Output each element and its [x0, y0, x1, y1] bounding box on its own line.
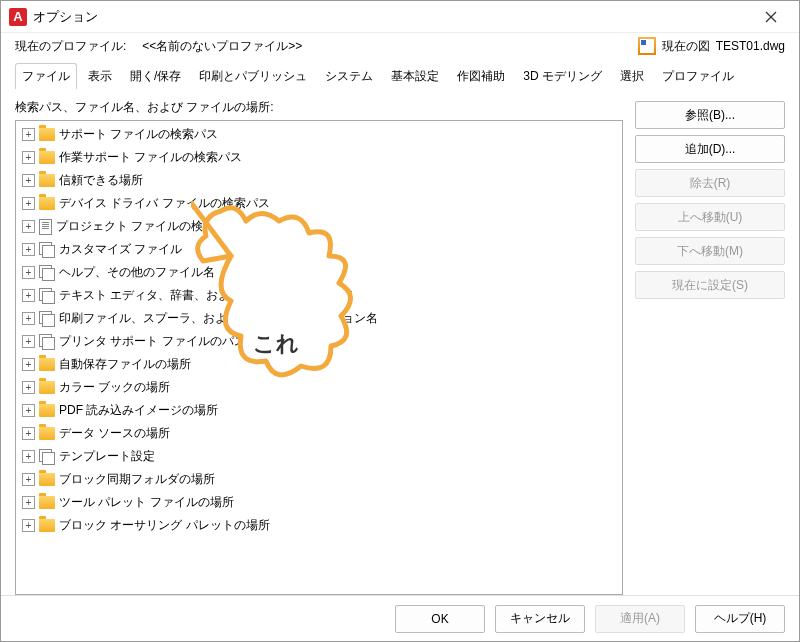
- expander-icon[interactable]: +: [22, 151, 35, 164]
- multi-icon: [39, 334, 55, 349]
- tree-node[interactable]: +PDF 読み込みイメージの場所: [16, 399, 622, 422]
- tree-node-label: ブロック オーサリング パレットの場所: [59, 517, 270, 534]
- expander-icon[interactable]: +: [22, 220, 35, 233]
- drawing-label: 現在の図: [662, 38, 710, 55]
- app-icon: A: [9, 8, 27, 26]
- profile-label: 現在のプロファイル:: [15, 38, 126, 55]
- tree-node-label: ヘルプ、その他のファイル名: [59, 264, 215, 281]
- options-dialog: A オプション 現在のプロファイル: <<名前のないプロファイル>> 現在の図 …: [0, 0, 800, 642]
- tree-node[interactable]: +ツール パレット ファイルの場所: [16, 491, 622, 514]
- tree-node-label: テキスト エディタ、辞書、およびフォント ファイル名: [59, 287, 354, 304]
- tree-node-label: カラー ブックの場所: [59, 379, 170, 396]
- left-pane: 検索パス、ファイル名、および ファイルの場所: +サポート ファイルの検索パス+…: [15, 99, 623, 595]
- folder-icon: [39, 496, 55, 509]
- tree-node[interactable]: +作業サポート ファイルの検索パス: [16, 146, 622, 169]
- tree-node[interactable]: +プロジェクト ファイルの検索パス: [16, 215, 622, 238]
- tree-node[interactable]: +テンプレート設定: [16, 445, 622, 468]
- tree-node-label: プロジェクト ファイルの検索パス: [56, 218, 239, 235]
- expander-icon[interactable]: +: [22, 519, 35, 532]
- tree-node-label: PDF 読み込みイメージの場所: [59, 402, 218, 419]
- tree-node[interactable]: +印刷ファイル、スプーラ、および プロローグ セクション名: [16, 307, 622, 330]
- expander-icon[interactable]: +: [22, 335, 35, 348]
- tree-node[interactable]: +自動保存ファイルの場所: [16, 353, 622, 376]
- profile-name: <<名前のないプロファイル>>: [142, 38, 302, 55]
- footer-button-1[interactable]: キャンセル: [495, 605, 585, 633]
- tree-node[interactable]: +カスタマイズ ファイル: [16, 238, 622, 261]
- folder-icon: [39, 174, 55, 187]
- side-button-5: 現在に設定(S): [635, 271, 785, 299]
- tree-node[interactable]: +デバイス ドライバ ファイルの検索パス: [16, 192, 622, 215]
- tree-node[interactable]: +データ ソースの場所: [16, 422, 622, 445]
- expander-icon[interactable]: +: [22, 358, 35, 371]
- expander-icon[interactable]: +: [22, 450, 35, 463]
- folder-icon: [39, 427, 55, 440]
- profile-row: 現在のプロファイル: <<名前のないプロファイル>> 現在の図 TEST01.d…: [1, 33, 799, 59]
- tree-node-label: データ ソースの場所: [59, 425, 170, 442]
- expander-icon[interactable]: +: [22, 381, 35, 394]
- folder-icon: [39, 128, 55, 141]
- tree-node[interactable]: +ブロック オーサリング パレットの場所: [16, 514, 622, 537]
- side-button-2: 除去(R): [635, 169, 785, 197]
- expander-icon[interactable]: +: [22, 128, 35, 141]
- tree-node-label: 作業サポート ファイルの検索パス: [59, 149, 242, 166]
- tab-1[interactable]: 表示: [81, 63, 119, 89]
- tab-9[interactable]: プロファイル: [655, 63, 741, 89]
- tree-node[interactable]: +ヘルプ、その他のファイル名: [16, 261, 622, 284]
- close-icon: [765, 11, 777, 23]
- tab-7[interactable]: 3D モデリング: [516, 63, 609, 89]
- tree-node[interactable]: +プリンタ サポート ファイルのパス: [16, 330, 622, 353]
- expander-icon[interactable]: +: [22, 243, 35, 256]
- footer-button-0[interactable]: OK: [395, 605, 485, 633]
- tab-5[interactable]: 基本設定: [384, 63, 446, 89]
- folder-icon: [39, 519, 55, 532]
- tab-6[interactable]: 作図補助: [450, 63, 512, 89]
- content-area: 検索パス、ファイル名、および ファイルの場所: +サポート ファイルの検索パス+…: [1, 89, 799, 595]
- tree-node-label: カスタマイズ ファイル: [59, 241, 182, 258]
- tab-0[interactable]: ファイル: [15, 63, 77, 89]
- tree-node[interactable]: +信頼できる場所: [16, 169, 622, 192]
- tab-8[interactable]: 選択: [613, 63, 651, 89]
- tab-3[interactable]: 印刷とパブリッシュ: [192, 63, 314, 89]
- tree-view[interactable]: +サポート ファイルの検索パス+作業サポート ファイルの検索パス+信頼できる場所…: [16, 121, 622, 594]
- footer-button-3[interactable]: ヘルプ(H): [695, 605, 785, 633]
- expander-icon[interactable]: +: [22, 266, 35, 279]
- tree-node-label: プリンタ サポート ファイルのパス: [59, 333, 246, 350]
- tree-node-label: サポート ファイルの検索パス: [59, 126, 218, 143]
- tab-4[interactable]: システム: [318, 63, 380, 89]
- expander-icon[interactable]: +: [22, 427, 35, 440]
- side-buttons: 参照(B)...追加(D)...除去(R)上へ移動(U)下へ移動(M)現在に設定…: [635, 99, 785, 595]
- multi-icon: [39, 311, 55, 326]
- multi-icon: [39, 242, 55, 257]
- folder-icon: [39, 404, 55, 417]
- folder-icon: [39, 151, 55, 164]
- tree-node[interactable]: +カラー ブックの場所: [16, 376, 622, 399]
- section-label: 検索パス、ファイル名、および ファイルの場所:: [15, 99, 623, 116]
- expander-icon[interactable]: +: [22, 404, 35, 417]
- tab-2[interactable]: 開く/保存: [123, 63, 188, 89]
- expander-icon[interactable]: +: [22, 197, 35, 210]
- tree-node-label: 信頼できる場所: [59, 172, 143, 189]
- tree-node-label: 自動保存ファイルの場所: [59, 356, 191, 373]
- tree-container: +サポート ファイルの検索パス+作業サポート ファイルの検索パス+信頼できる場所…: [15, 120, 623, 595]
- multi-icon: [39, 449, 55, 464]
- multi-icon: [39, 288, 55, 303]
- tree-node[interactable]: +ブロック同期フォルダの場所: [16, 468, 622, 491]
- close-button[interactable]: [751, 3, 791, 31]
- footer-button-2[interactable]: 適用(A): [595, 605, 685, 633]
- folder-icon: [39, 358, 55, 371]
- side-button-0[interactable]: 参照(B)...: [635, 101, 785, 129]
- side-button-1[interactable]: 追加(D)...: [635, 135, 785, 163]
- tree-node-label: ツール パレット ファイルの場所: [59, 494, 234, 511]
- expander-icon[interactable]: +: [22, 174, 35, 187]
- expander-icon[interactable]: +: [22, 289, 35, 302]
- tree-node[interactable]: +テキスト エディタ、辞書、およびフォント ファイル名: [16, 284, 622, 307]
- expander-icon[interactable]: +: [22, 312, 35, 325]
- expander-icon[interactable]: +: [22, 496, 35, 509]
- folder-icon: [39, 473, 55, 486]
- tree-node-label: デバイス ドライバ ファイルの検索パス: [59, 195, 270, 212]
- tree-node-label: テンプレート設定: [59, 448, 155, 465]
- window-title: オプション: [33, 8, 751, 26]
- tree-node[interactable]: +サポート ファイルの検索パス: [16, 123, 622, 146]
- doc-icon: [39, 219, 52, 235]
- expander-icon[interactable]: +: [22, 473, 35, 486]
